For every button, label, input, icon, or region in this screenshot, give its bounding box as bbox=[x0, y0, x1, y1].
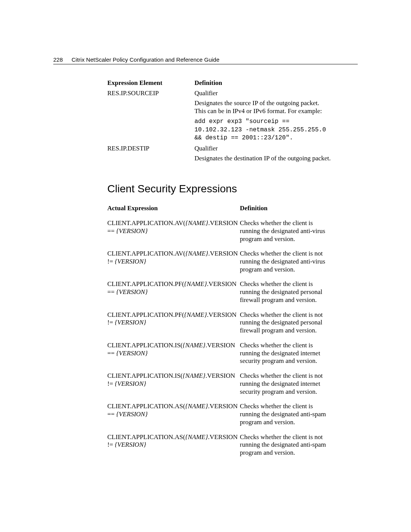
section-heading: Client Security Expressions bbox=[107, 182, 332, 195]
actual-expression-cell: CLIENT.APPLICATION.AV({NAME}.VERSION != … bbox=[107, 250, 240, 280]
expr-version-placeholder: {VERSION} bbox=[115, 258, 147, 265]
definition-cell: Qualifier Designates the source IP of th… bbox=[194, 89, 332, 145]
expr-version-placeholder: {VERSION} bbox=[116, 350, 148, 357]
doc-title: Citrix NetScaler Policy Configuration an… bbox=[72, 56, 358, 63]
expr-version-placeholder: {VERSION} bbox=[116, 411, 148, 418]
expr-name-placeholder: {NAME} bbox=[185, 403, 208, 410]
expr-text: CLIENT.APPLICATION.PF( bbox=[107, 280, 184, 288]
expr-name-placeholder: {NAME} bbox=[183, 342, 206, 349]
document-page: 228 Citrix NetScaler Policy Configuratio… bbox=[0, 0, 411, 532]
table1-header-expression: Expression Element bbox=[107, 79, 194, 89]
definition-cell: Qualifier Designates the destination IP … bbox=[194, 145, 332, 167]
expr-text: CLIENT.APPLICATION.IS( bbox=[107, 372, 183, 379]
definition-cell: Checks whether the client is running the… bbox=[240, 219, 332, 250]
expr-text: CLIENT.APPLICATION.AS( bbox=[107, 433, 185, 441]
page-number: 228 bbox=[53, 56, 72, 63]
table1-header-definition: Definition bbox=[194, 79, 332, 89]
actual-expression-cell: CLIENT.APPLICATION.IS({NAME}.VERSION != … bbox=[107, 372, 240, 403]
page-header: 228 Citrix NetScaler Policy Configuratio… bbox=[53, 56, 358, 63]
expression-cell: RES.IP.DESTIP bbox=[107, 145, 194, 167]
expr-text: CLIENT.APPLICATION.AS( bbox=[107, 403, 185, 410]
definition-cell: Checks whether the client is not running… bbox=[240, 250, 332, 280]
expr-text: CLIENT.APPLICATION.PF( bbox=[107, 311, 184, 318]
definition-cell: Checks whether the client is running the… bbox=[240, 403, 332, 433]
definition-text: Designates the destination IP of the out… bbox=[194, 155, 332, 163]
expr-text: CLIENT.APPLICATION.AV( bbox=[107, 219, 185, 227]
table-row: CLIENT.APPLICATION.IS({NAME}.VERSION != … bbox=[107, 372, 332, 403]
expr-name-placeholder: {NAME} bbox=[185, 219, 208, 227]
actual-expression-cell: CLIENT.APPLICATION.AV({NAME}.VERSION == … bbox=[107, 219, 240, 250]
definition-cell: Checks whether the client is not running… bbox=[240, 311, 332, 342]
actual-expression-cell: CLIENT.APPLICATION.PF({NAME}.VERSION != … bbox=[107, 311, 240, 342]
page-content: Expression Element Definition RES.IP.SOU… bbox=[107, 56, 332, 464]
table-row: RES.IP.DESTIP Qualifier Designates the d… bbox=[107, 145, 332, 167]
actual-expression-cell: CLIENT.APPLICATION.AS({NAME}.VERSION == … bbox=[107, 403, 240, 433]
expr-version-placeholder: {VERSION} bbox=[115, 380, 147, 387]
table-row: CLIENT.APPLICATION.AV({NAME}.VERSION != … bbox=[107, 250, 332, 280]
table-row: CLIENT.APPLICATION.AS({NAME}.VERSION == … bbox=[107, 403, 332, 433]
definition-cell: Checks whether the client is running the… bbox=[240, 280, 332, 311]
header-rule bbox=[53, 64, 358, 64]
definition-text: Qualifier bbox=[194, 89, 332, 97]
expr-name-placeholder: {NAME} bbox=[185, 433, 208, 441]
table-row: CLIENT.APPLICATION.AS({NAME}.VERSION != … bbox=[107, 433, 332, 464]
expr-name-placeholder: {NAME} bbox=[185, 250, 208, 257]
expr-name-placeholder: {NAME} bbox=[184, 280, 207, 288]
table-row: CLIENT.APPLICATION.AV({NAME}.VERSION == … bbox=[107, 219, 332, 250]
table-row: RES.IP.SOURCEIP Qualifier Designates the… bbox=[107, 89, 332, 145]
code-sample: add expr exp3 "sourceip == 10.102.32.123… bbox=[194, 118, 332, 142]
actual-expression-cell: CLIENT.APPLICATION.PF({NAME}.VERSION == … bbox=[107, 280, 240, 311]
expr-version-placeholder: {VERSION} bbox=[115, 441, 147, 448]
table-row: CLIENT.APPLICATION.PF({NAME}.VERSION != … bbox=[107, 311, 332, 342]
definition-text: Qualifier bbox=[194, 145, 332, 153]
expr-version-placeholder: {VERSION} bbox=[115, 319, 147, 326]
expr-text: CLIENT.APPLICATION.IS( bbox=[107, 342, 183, 349]
table-row: CLIENT.APPLICATION.PF({NAME}.VERSION == … bbox=[107, 280, 332, 311]
table2-header-definition: Definition bbox=[240, 204, 332, 219]
expr-version-placeholder: {VERSION} bbox=[116, 288, 148, 296]
expr-text: CLIENT.APPLICATION.AV( bbox=[107, 250, 185, 257]
expr-name-placeholder: {NAME} bbox=[183, 372, 206, 379]
expr-version-placeholder: {VERSION} bbox=[116, 227, 148, 235]
actual-expression-cell: CLIENT.APPLICATION.AS({NAME}.VERSION != … bbox=[107, 433, 240, 464]
actual-expression-cell: CLIENT.APPLICATION.IS({NAME}.VERSION == … bbox=[107, 342, 240, 372]
definition-cell: Checks whether the client is running the… bbox=[240, 342, 332, 372]
table-row: CLIENT.APPLICATION.IS({NAME}.VERSION == … bbox=[107, 342, 332, 372]
table2-header-expression: Actual Expression bbox=[107, 204, 240, 219]
expression-cell: RES.IP.SOURCEIP bbox=[107, 89, 194, 145]
expr-name-placeholder: {NAME} bbox=[184, 311, 207, 318]
client-security-table: Actual Expression Definition CLIENT.APPL… bbox=[107, 204, 332, 463]
definition-cell: Checks whether the client is not running… bbox=[240, 372, 332, 403]
definition-cell: Checks whether the client is not running… bbox=[240, 433, 332, 464]
expression-element-table: Expression Element Definition RES.IP.SOU… bbox=[107, 79, 332, 167]
definition-text: Designates the source IP of the outgoing… bbox=[194, 99, 332, 115]
